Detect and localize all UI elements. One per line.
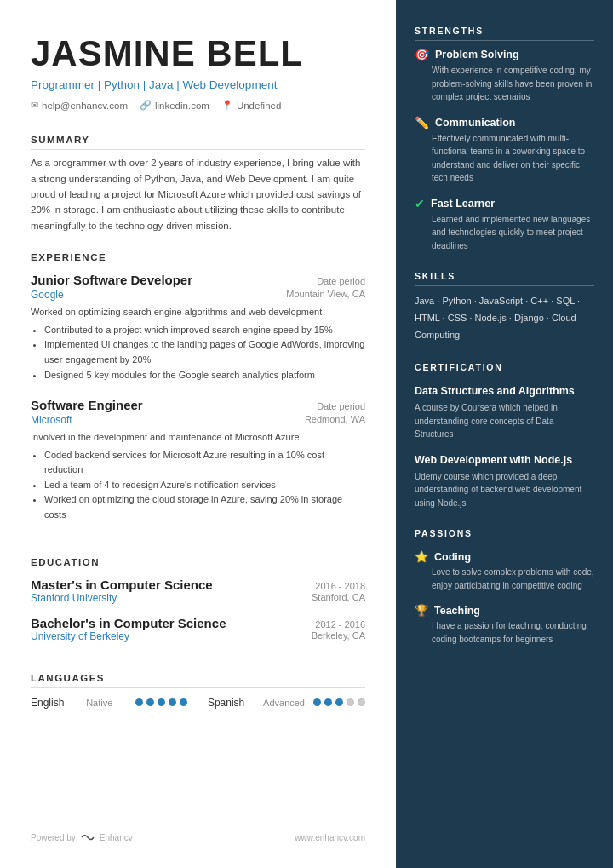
edu-sub-1: University of Berkeley Berkeley, CA [31,630,365,642]
cert-item-0: Data Structures and Algorithms A course … [415,384,594,440]
problem-solving-icon: 🎯 [415,48,429,61]
passion-item-0: ⭐ Coding Love to solve complex problems … [415,550,594,592]
passion-name-0: Coding [434,551,471,563]
dot [158,698,165,706]
lang-name-1: Spanish [208,697,255,709]
dot [335,698,343,706]
exp-role-0: Junior Software Developer [31,273,192,287]
strength-item-2: ✔ Fast Learner Learned and implemented n… [415,197,594,253]
edu-item-0: Master's in Computer Science 2016 - 2018… [31,578,365,604]
exp-item-0: Junior Software Developer Date period Go… [31,273,365,382]
strength-item-0: 🎯 Problem Solving With experience in com… [415,48,594,104]
passion-item-1: 🏆 Teaching I have a passion for teaching… [415,604,594,646]
powered-by-text: Powered by [31,833,76,842]
edu-school-1: University of Berkeley [31,630,129,642]
candidate-name: JASMINE BELL [31,34,365,73]
edu-school-0: Stanford University [31,592,117,604]
lang-name-0: English [31,697,77,709]
dot [169,698,176,706]
dot [180,698,187,706]
strength-desc-0: With experience in competitive coding, m… [415,64,594,104]
edu-degree-0: Master's in Computer Science [31,578,213,592]
list-item: Implemented UI changes to the landing pa… [44,337,365,367]
languages-title: LANGUAGES [31,673,365,688]
exp-sub-1: Microsoft Redmond, WA [31,414,365,426]
cert-name-0: Data Structures and Algorithms [415,384,594,399]
strength-name-1: Communication [435,117,515,129]
strength-desc-2: Learned and implemented new languages an… [415,213,594,253]
dot [358,698,365,706]
coding-passion-icon: ⭐ [415,550,428,563]
experience-section: EXPERIENCE Junior Software Developer Dat… [31,252,365,538]
strength-header-1: ✏️ Communication [415,116,594,129]
list-item: Led a team of 4 to redesign Azure's noti… [44,478,365,493]
summary-title: SUMMARY [31,135,365,150]
passions-title: PASSIONS [415,528,594,543]
passion-header-1: 🏆 Teaching [415,604,594,617]
strength-desc-1: Effectively communicated with multi-func… [415,132,594,185]
strength-item-1: ✏️ Communication Effectively communicate… [415,116,594,185]
exp-date-1: Date period [317,401,365,411]
edu-location-0: Stanford, CA [312,592,365,604]
passion-name-1: Teaching [434,605,480,617]
list-item: Worked on optimizing the cloud storage i… [44,492,365,522]
lang-level-1: Advanced [263,698,305,708]
email-text: help@enhancv.com [42,101,128,111]
header-section: JASMINE BELL Programmer | Python | Java … [31,34,365,135]
exp-item-1: Software Engineer Date period Microsoft … [31,398,365,523]
enhancv-logo-icon [80,832,95,842]
edu-sub-0: Stanford University Stanford, CA [31,592,365,604]
candidate-title: Programmer | Python | Java | Web Develop… [31,78,365,91]
strength-name-0: Problem Solving [435,49,519,60]
certification-section: CERTIFICATION Data Structures and Algori… [415,362,594,509]
strength-header-2: ✔ Fast Learner [415,197,594,210]
cert-desc-0: A course by Coursera which helped in und… [415,401,594,441]
edu-years-0: 2016 - 2018 [315,581,365,591]
cert-desc-1: Udemy course which provided a deep under… [415,470,594,510]
footer: Powered by Enhancv www.enhancv.com [31,815,365,842]
passion-header-0: ⭐ Coding [415,550,594,563]
dot [146,698,154,706]
contact-line: ✉ help@enhancv.com 🔗 linkedin.com 📍 Unde… [31,100,365,111]
edu-header-0: Master's in Computer Science 2016 - 2018 [31,578,365,592]
edu-degree-1: Bachelor's in Computer Science [31,616,226,630]
email-contact: ✉ help@enhancv.com [31,100,128,111]
edu-location-1: Berkeley, CA [312,630,365,642]
dot [313,698,321,706]
brand-text: Enhancv [100,833,133,842]
lang-dots-0 [135,698,187,706]
edu-years-1: 2012 - 2016 [315,619,365,629]
edu-item-1: Bachelor's in Computer Science 2012 - 20… [31,616,365,642]
lang-item-0: English Native Spanish Advanced [31,697,365,709]
communication-icon: ✏️ [415,116,429,129]
location-icon: 📍 [221,100,233,111]
exp-role-1: Software Engineer [31,398,143,412]
list-item: Coded backend services for Microsoft Azu… [44,448,365,478]
right-panel: STRENGTHS 🎯 Problem Solving With experie… [396,0,613,868]
exp-bullets-1: Coded backend services for Microsoft Azu… [31,448,365,523]
dot [135,698,143,706]
lang-level-0: Native [86,698,127,708]
summary-section: SUMMARY As a programmer with over 2 year… [31,135,365,233]
strength-header-0: 🎯 Problem Solving [415,48,594,61]
strengths-title: STRENGTHS [415,26,594,41]
skills-section: SKILLS Java · Python · JavaScript · C++ … [415,271,594,343]
exp-company-0: Google [31,289,64,301]
strengths-section: STRENGTHS 🎯 Problem Solving With experie… [415,26,594,252]
exp-company-1: Microsoft [31,414,72,426]
skills-title: SKILLS [415,271,594,286]
location-contact: 📍 Undefined [221,100,281,111]
experience-title: EXPERIENCE [31,252,365,267]
exp-date-0: Date period [317,276,365,286]
exp-header-0: Junior Software Developer Date period [31,273,365,287]
left-panel: JASMINE BELL Programmer | Python | Java … [0,0,396,868]
list-item: Contributed to a project which improved … [44,323,365,338]
location-text: Undefined [237,101,281,111]
exp-desc-1: Involved in the development and maintena… [31,430,365,445]
cert-item-1: Web Development with Node.js Udemy cours… [415,453,594,509]
passion-desc-0: Love to solve complex problems with code… [415,566,594,592]
exp-header-1: Software Engineer Date period [31,398,365,412]
languages-section: LANGUAGES English Native Spanish Advance… [31,673,365,709]
linkedin-text: linkedin.com [155,101,209,111]
linkedin-contact: 🔗 linkedin.com [140,100,209,111]
